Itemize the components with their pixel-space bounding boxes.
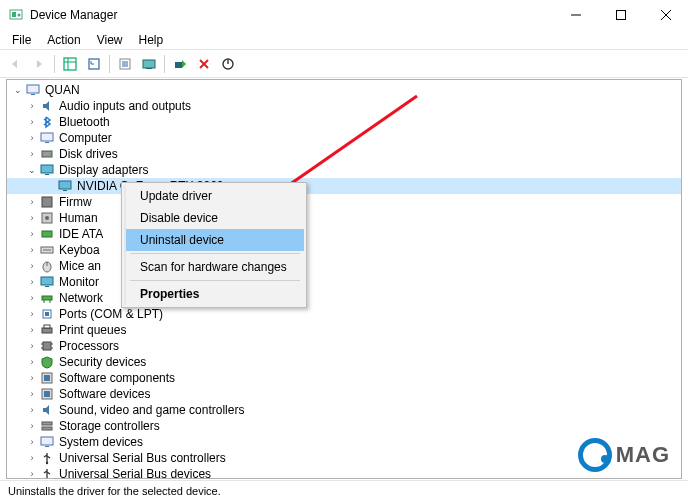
svg-point-62 [46,478,48,479]
svg-rect-56 [44,391,50,397]
tree-node[interactable]: ›Ports (COM & LPT) [7,306,681,322]
usb-icon [39,466,55,479]
tree-node-label: Bluetooth [59,114,110,130]
svg-rect-17 [175,62,182,68]
tree-node[interactable]: ›Software components [7,370,681,386]
expand-icon[interactable]: › [25,99,39,113]
keyboard-icon [39,242,55,258]
tree-node-label: Sound, video and game controllers [59,402,244,418]
network-icon [39,290,55,306]
tree-node-label: System devices [59,434,143,450]
tree-node-label: Mice an [59,258,101,274]
svg-rect-4 [616,11,625,20]
uninstall-button[interactable] [193,53,215,75]
storage-icon [39,418,55,434]
tree-node[interactable]: ›Software devices [7,386,681,402]
tree-node[interactable]: ›Keyboa [7,242,681,258]
device-tree[interactable]: ⌄ QUAN ›Audio inputs and outputs ›Blueto… [6,79,682,479]
tree-node[interactable]: ›Security devices [7,354,681,370]
expand-icon[interactable]: › [25,371,39,385]
tree-node-display-adapters[interactable]: ⌄Display adapters [7,162,681,178]
expand-icon[interactable]: › [25,451,39,465]
svg-rect-47 [44,325,50,328]
expand-icon[interactable]: › [25,419,39,433]
expand-icon[interactable]: › [25,403,39,417]
software-icon [39,386,55,402]
tree-node[interactable]: ›Bluetooth [7,114,681,130]
svg-rect-27 [41,165,53,173]
menu-help[interactable]: Help [131,31,172,49]
spacer-icon [43,179,57,193]
tree-node[interactable]: ›Monitor [7,274,681,290]
expand-icon[interactable]: › [25,243,39,257]
expand-icon[interactable]: ⌄ [25,163,39,177]
computer-icon [39,130,55,146]
tree-node-label: Display adapters [59,162,148,178]
tree-node-label: Security devices [59,354,146,370]
minimize-button[interactable] [553,0,598,30]
close-button[interactable] [643,0,688,30]
expand-icon[interactable]: › [25,259,39,273]
cm-properties[interactable]: Properties [126,283,304,305]
expand-icon[interactable]: › [25,307,39,321]
cm-uninstall-device[interactable]: Uninstall device [126,229,304,251]
cm-update-driver[interactable]: Update driver [126,185,304,207]
svg-rect-60 [45,446,49,447]
expand-icon[interactable]: › [25,355,39,369]
svg-rect-21 [27,85,39,93]
expand-icon[interactable]: › [25,435,39,449]
cm-disable-device[interactable]: Disable device [126,207,304,229]
properties-button[interactable] [114,53,136,75]
refresh-button[interactable] [83,53,105,75]
cm-separator [130,280,300,281]
toolbar-separator [54,55,55,73]
expand-icon[interactable]: › [25,387,39,401]
tree-node[interactable]: ›Computer [7,130,681,146]
tree-node[interactable]: ›Mice an [7,258,681,274]
expand-icon[interactable]: › [25,467,39,479]
menu-file[interactable]: File [4,31,39,49]
expand-icon[interactable]: › [25,227,39,241]
tree-node[interactable]: ›Firmw [7,194,681,210]
tree-node[interactable]: ›Sound, video and game controllers [7,402,681,418]
cm-scan-hardware[interactable]: Scan for hardware changes [126,256,304,278]
tree-node[interactable]: ›Processors [7,338,681,354]
expand-icon[interactable]: › [25,323,39,337]
tree-node-gpu[interactable]: NVIDIA GeForce RTX 3060 [7,178,681,194]
svg-rect-40 [45,286,49,287]
expand-icon[interactable]: › [25,147,39,161]
tree-node[interactable]: ›Storage controllers [7,418,681,434]
system-icon [39,434,55,450]
ide-icon [39,226,55,242]
svg-rect-45 [45,312,49,316]
tree-node-label: Universal Serial Bus devices [59,466,211,479]
svg-rect-24 [45,142,49,143]
expand-icon[interactable]: › [25,211,39,225]
expand-icon[interactable]: › [25,275,39,289]
tree-node[interactable]: ›Network [7,290,681,306]
expand-icon[interactable]: › [25,195,39,209]
firmware-icon [39,194,55,210]
disable-button[interactable] [217,53,239,75]
tree-node[interactable]: ›Human [7,210,681,226]
tree-node[interactable]: ›IDE ATA [7,226,681,242]
audio-icon [39,402,55,418]
update-driver-button[interactable] [138,53,160,75]
scan-hardware-button[interactable] [169,53,191,75]
audio-icon [39,98,55,114]
tree-node[interactable]: ›Print queues [7,322,681,338]
tree-node-label: IDE ATA [59,226,103,242]
menu-view[interactable]: View [89,31,131,49]
expand-icon[interactable]: › [25,115,39,129]
tree-node[interactable]: ›Disk drives [7,146,681,162]
show-hide-tree-button[interactable] [59,53,81,75]
tree-root[interactable]: ⌄ QUAN [7,82,681,98]
maximize-button[interactable] [598,0,643,30]
security-icon [39,354,55,370]
tree-node[interactable]: ›Audio inputs and outputs [7,98,681,114]
expand-icon[interactable]: › [25,291,39,305]
expand-icon[interactable]: ⌄ [11,83,25,97]
expand-icon[interactable]: › [25,339,39,353]
expand-icon[interactable]: › [25,131,39,145]
menu-action[interactable]: Action [39,31,88,49]
